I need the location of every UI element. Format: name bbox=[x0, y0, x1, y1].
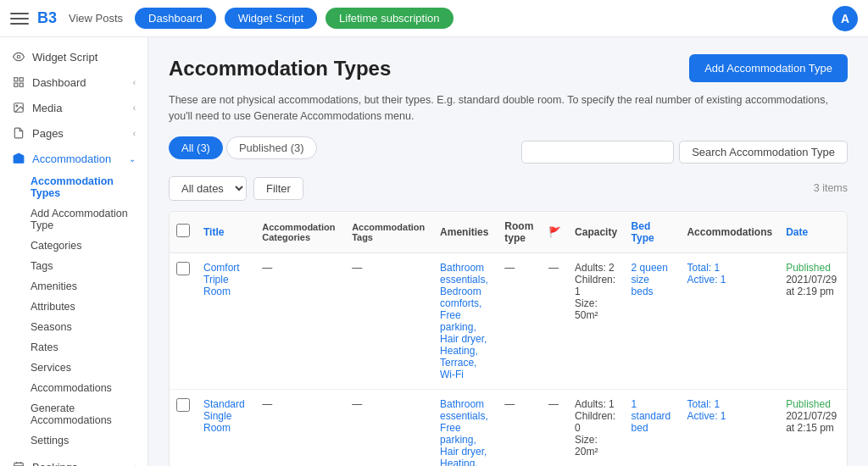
col-capacity: Capacity bbox=[568, 212, 625, 253]
search-input[interactable] bbox=[521, 141, 674, 164]
lifetime-subscription-btn[interactable]: Lifetime subscription bbox=[326, 8, 453, 29]
col-date[interactable]: Date bbox=[779, 212, 847, 253]
sidebar-item-bookings[interactable]: Bookings ‹ bbox=[0, 454, 147, 466]
col-amenities: Amenities bbox=[433, 212, 498, 253]
sidebar-label: Dashboard bbox=[32, 76, 86, 89]
filter-button[interactable]: Filter bbox=[253, 177, 303, 200]
eye-icon bbox=[12, 50, 25, 64]
search-button[interactable]: Search Accommodation Type bbox=[679, 141, 848, 164]
row2-date-value: 2021/07/29 at 2:15 pm bbox=[786, 410, 837, 434]
sidebar-item-categories[interactable]: Categories bbox=[31, 236, 147, 256]
tab-published[interactable]: Published (3) bbox=[226, 136, 317, 159]
row1-active-link[interactable]: Active: 1 bbox=[687, 274, 726, 286]
select-all-checkbox[interactable] bbox=[176, 224, 190, 237]
row1-flag: — bbox=[542, 252, 568, 389]
date-filter-select[interactable]: All dates bbox=[169, 176, 247, 201]
row2-date: Published 2021/07/29 at 2:15 pm bbox=[779, 389, 847, 466]
sidebar-item-tags[interactable]: Tags bbox=[31, 256, 147, 276]
table-row: Standard Single Room — — Bathroom essent… bbox=[170, 389, 847, 466]
sidebar-label: Accommodation bbox=[32, 153, 111, 165]
row2-active-link[interactable]: Active: 1 bbox=[687, 410, 726, 422]
sidebar-item-dashboard[interactable]: Dashboard ‹ bbox=[0, 69, 147, 95]
row2-checkbox[interactable] bbox=[176, 398, 190, 412]
row2-status: Published bbox=[786, 398, 831, 410]
row1-status: Published bbox=[786, 262, 831, 274]
svg-point-0 bbox=[17, 55, 20, 58]
col-room-type: Room type bbox=[498, 212, 542, 253]
row1-amenities: Bathroom essentials, Bedroom comforts, F… bbox=[433, 252, 498, 389]
col-accommodation-categories: Accommodation Categories bbox=[255, 212, 345, 253]
accommodation-submenu: Accommodation Types Add Accommodation Ty… bbox=[0, 171, 147, 451]
add-accommodation-type-button[interactable]: Add Accommodation Type bbox=[689, 54, 848, 82]
svg-rect-4 bbox=[19, 83, 23, 86]
grid-icon bbox=[12, 75, 25, 89]
page-title: Accommodation Types bbox=[169, 57, 391, 80]
tabs-row: All (3) Published (3) bbox=[169, 136, 317, 159]
row1-date: Published 2021/07/29 at 2:19 pm bbox=[779, 252, 847, 389]
row2-bed-type[interactable]: 1 standard bed bbox=[632, 398, 671, 434]
accommodation-types-table: Title Accommodation Categories Accommoda… bbox=[169, 211, 848, 467]
chevron-icon: ‹ bbox=[133, 129, 136, 138]
sidebar-item-widget-script[interactable]: Widget Script bbox=[0, 44, 147, 69]
sidebar-item-settings[interactable]: Settings bbox=[31, 430, 147, 451]
col-flag: 🚩 bbox=[542, 212, 568, 253]
chevron-icon: ‹ bbox=[133, 463, 136, 467]
home-icon bbox=[12, 152, 25, 165]
sidebar-item-attributes[interactable]: Attributes bbox=[31, 297, 147, 317]
svg-rect-1 bbox=[14, 78, 18, 81]
file-icon bbox=[12, 126, 25, 140]
sidebar-item-pages[interactable]: Pages ‹ bbox=[0, 120, 147, 146]
widget-script-btn[interactable]: Widget Script bbox=[225, 8, 317, 29]
svg-point-6 bbox=[16, 105, 18, 107]
sidebar-item-generate-accommodations[interactable]: Generate Accommodations bbox=[31, 398, 147, 430]
svg-rect-2 bbox=[19, 78, 23, 81]
col-accommodation-tags: Accommodation Tags bbox=[345, 212, 433, 253]
page-description: These are not physical accommodations, b… bbox=[169, 92, 848, 125]
logo: B3 bbox=[37, 9, 57, 27]
sidebar-item-amenities[interactable]: Amenities bbox=[31, 276, 147, 297]
row2-flag: — bbox=[542, 389, 568, 466]
chevron-icon: ‹ bbox=[133, 103, 136, 113]
row1-total-link[interactable]: Total: 1 bbox=[687, 262, 720, 274]
row2-capacity: Adults: 1 Children: 0 Size: 20m² bbox=[568, 389, 625, 466]
row2-total-link[interactable]: Total: 1 bbox=[687, 398, 720, 410]
row1-accommodations: Total: 1 Active: 1 bbox=[680, 252, 779, 389]
row1-bed-type[interactable]: 2 queen size beds bbox=[632, 262, 668, 297]
avatar[interactable]: A bbox=[832, 6, 858, 31]
row1-categories: — bbox=[255, 252, 345, 389]
sidebar-item-rates[interactable]: Rates bbox=[31, 337, 147, 358]
col-title[interactable]: Title bbox=[197, 212, 255, 253]
row1-date-value: 2021/07/29 at 2:19 pm bbox=[786, 274, 837, 297]
row1-checkbox[interactable] bbox=[176, 262, 190, 275]
sidebar: Widget Script Dashboard ‹ Media ‹ Pages … bbox=[0, 37, 148, 466]
row1-title[interactable]: Comfort Triple Room bbox=[203, 262, 240, 297]
col-bed-type[interactable]: Bed Type bbox=[625, 212, 681, 253]
sidebar-item-accommodations[interactable]: Accommodations bbox=[31, 378, 147, 398]
svg-rect-3 bbox=[14, 83, 18, 86]
sidebar-label: Bookings bbox=[32, 461, 77, 467]
row2-title[interactable]: Standard Single Room bbox=[203, 398, 245, 434]
row2-categories: — bbox=[255, 389, 345, 466]
image-icon bbox=[12, 101, 25, 114]
sidebar-item-seasons[interactable]: Seasons bbox=[31, 317, 147, 337]
table-row: Comfort Triple Room — — Bathroom essenti… bbox=[170, 252, 847, 389]
sidebar-item-media[interactable]: Media ‹ bbox=[0, 95, 147, 120]
calendar-icon bbox=[12, 460, 25, 466]
main-content: Accommodation Types Add Accommodation Ty… bbox=[148, 37, 868, 466]
hamburger-menu[interactable] bbox=[10, 9, 29, 28]
tab-all[interactable]: All (3) bbox=[169, 136, 223, 159]
search-wrap: Search Accommodation Type bbox=[521, 141, 848, 164]
items-count: 3 items bbox=[814, 182, 848, 194]
view-posts-link[interactable]: View Posts bbox=[69, 12, 123, 25]
sidebar-label: Pages bbox=[32, 127, 64, 140]
sidebar-item-add-accommodation-type[interactable]: Add Accommodation Type bbox=[31, 203, 147, 236]
sidebar-item-services[interactable]: Services bbox=[31, 358, 147, 378]
dashboard-btn[interactable]: Dashboard bbox=[135, 8, 216, 29]
row1-tags: — bbox=[345, 252, 433, 389]
row1-capacity: Adults: 2 Children: 1 Size: 50m² bbox=[568, 252, 625, 389]
row2-room-type: — bbox=[498, 389, 542, 466]
col-accommodations: Accommodations bbox=[680, 212, 779, 253]
sidebar-item-accommodation-types[interactable]: Accommodation Types bbox=[31, 171, 147, 203]
sidebar-item-accommodation[interactable]: Accommodation ⌄ bbox=[0, 146, 147, 171]
sidebar-label: Widget Script bbox=[32, 51, 97, 64]
